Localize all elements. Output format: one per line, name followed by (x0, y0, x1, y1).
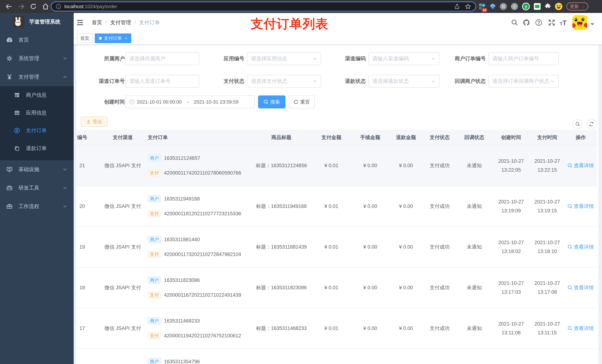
filter-label-merchant-order: 商户订单编号 (427, 52, 486, 65)
close-tab-icon[interactable]: × (125, 36, 127, 41)
sidebar-item-app-info[interactable]: 应用信息 (0, 104, 74, 122)
table-row: 19 微信 JSAPI 支付 商户1635311881440 支付4200001… (76, 227, 597, 268)
search-button[interactable]: 搜索 (258, 95, 285, 108)
sidebar-item-pay-order[interactable]: 支付订单 (0, 122, 74, 139)
bookmark-star-icon[interactable] (465, 3, 471, 10)
briefcase-icon (6, 203, 13, 209)
filter-label-channel-code: 渠道编码 (307, 52, 366, 65)
view-detail-link[interactable]: 查看详情 (568, 244, 594, 250)
forward-icon[interactable] (18, 3, 24, 10)
view-icon (568, 204, 572, 209)
yen-icon (6, 74, 13, 80)
sidebar-item-infra[interactable]: 基础设施 (0, 160, 74, 179)
orders-table: 编号 支付渠道 支付订单 商品标题 支付金额 手续金额 退款金额 支付状态 回调… (76, 130, 598, 364)
copy-icon (14, 145, 20, 151)
filter-label-merchant: 所属商户 (76, 52, 125, 65)
share-icon[interactable] (454, 4, 460, 9)
extension-sidekick-icon[interactable]: 10 (478, 3, 486, 10)
navbar: 首页 / 支付管理 / 支付订单 支付订单列表 TT (74, 13, 602, 32)
sidebar-item-devtools[interactable]: 研发工具 (0, 179, 74, 197)
address-bar[interactable]: localhost:1024/pay/order (51, 1, 476, 11)
sidebar-item-workflow[interactable]: 工作流程 (0, 197, 74, 216)
profile-emoji-icon[interactable] (555, 3, 562, 10)
table-row: 21 微信 JSAPI 支付 商户1635312124657 支付4200001… (76, 145, 597, 186)
clock-icon (129, 99, 134, 104)
sidebar-item-refund-order[interactable]: 退款订单 (0, 139, 74, 157)
user-avatar[interactable] (572, 15, 587, 30)
sidebar-item-home[interactable]: 首页 (0, 31, 74, 49)
tab-home[interactable]: 首页 (77, 33, 93, 43)
extension-chat-icon[interactable] (534, 3, 540, 10)
active-dot (99, 37, 102, 40)
table-row: 20 微信 JSAPI 支付 商户1635311949168 支付4200001… (76, 186, 597, 227)
refresh-icon (294, 100, 298, 104)
merchant-tag: 商户 (148, 277, 161, 284)
chevron-down-icon (63, 204, 67, 208)
font-size-icon[interactable]: TT (560, 19, 567, 26)
search-icon[interactable] (511, 19, 518, 26)
github-icon[interactable] (523, 19, 530, 26)
chevron-down-icon (63, 186, 67, 190)
page-content: 所属商户 请选择所属商户 应用编号 请选择应用信息 渠道编码 请输入渠道编码 商… (76, 45, 598, 364)
sidebar-submenu-pay: 商户信息 应用信息 支付订单 退款订单 (0, 86, 74, 160)
extensions-puzzle-icon[interactable] (545, 3, 551, 10)
view-icon (568, 245, 572, 249)
sidebar-item-pay[interactable]: 支付管理 (0, 68, 74, 86)
merchant-order-input[interactable]: 请输入商户订单编号 (488, 52, 559, 65)
pay-tag: 支付 (148, 332, 161, 339)
notify-status-select[interactable]: 请选择订单回调商户状态 (488, 75, 559, 88)
gear-icon (6, 55, 13, 62)
merchant-tag: 商户 (148, 195, 161, 203)
merchant-tag: 商户 (148, 358, 161, 364)
breadcrumb-home[interactable]: 首页 (92, 19, 102, 26)
fullscreen-icon[interactable] (548, 19, 555, 26)
dashboard-icon (6, 37, 13, 43)
refresh-icon (589, 122, 594, 127)
chevron-up-icon (63, 75, 67, 79)
tab-pay-order[interactable]: 支付订单× (95, 33, 131, 43)
filter-label-pay-status: 支付状态 (185, 75, 244, 88)
view-icon (568, 163, 572, 168)
reload-icon[interactable] (30, 3, 37, 10)
help-icon[interactable] (535, 19, 542, 26)
extension-gem-icon[interactable] (490, 3, 496, 10)
sidebar-logo[interactable]: 芋道管理系统 (0, 13, 74, 31)
filter-label-notify-status: 回调商户状态 (427, 75, 486, 88)
filter-label-app: 应用编号 (185, 52, 244, 65)
extension-badge: 10 (482, 8, 487, 12)
sidebar-item-merchant-info[interactable]: 商户信息 (0, 86, 74, 104)
pay-tag: 支付 (148, 210, 161, 217)
site-info-icon[interactable] (56, 4, 61, 9)
pay-tag: 支付 (148, 291, 161, 299)
extension-y-icon[interactable]: y (522, 3, 530, 10)
back-icon[interactable] (6, 3, 12, 10)
merchant-tag: 商户 (148, 317, 161, 325)
reset-button[interactable]: 重置 (289, 95, 315, 108)
url-host: localhost (64, 4, 84, 10)
table-body: 21 微信 JSAPI 支付 商户1635312124657 支付4200001… (76, 145, 597, 364)
table-header: 编号 支付渠道 支付订单 商品标题 支付金额 手续金额 退款金额 支付状态 回调… (76, 130, 597, 145)
extension-dot-icon[interactable] (511, 3, 518, 10)
update-button[interactable]: 更新⋮ (567, 2, 588, 10)
hamburger-icon[interactable] (77, 19, 83, 26)
view-detail-link[interactable]: 查看详情 (568, 203, 594, 209)
refresh-button[interactable] (586, 119, 596, 129)
tags-view-bar: 首页 支付订单× (74, 32, 602, 45)
extension-command-icon[interactable]: ⌘ (500, 3, 507, 10)
filter-label-create-time: 创建时间 (76, 95, 125, 108)
view-detail-link[interactable]: 查看详情 (568, 325, 594, 332)
create-time-range[interactable]: 2021-10-01 00:00:00 - 2021-10-31 23:59:5… (125, 95, 255, 108)
home-icon[interactable] (42, 3, 49, 10)
breadcrumb-pay[interactable]: 支付管理 (110, 19, 131, 26)
show-search-button[interactable] (573, 119, 583, 129)
pay-tag: 支付 (148, 251, 161, 258)
sidebar-item-system[interactable]: 系统管理 (0, 49, 74, 68)
view-detail-link[interactable]: 查看详情 (568, 162, 594, 169)
shop-icon (14, 92, 20, 98)
chevron-down-icon (63, 56, 67, 61)
app-title: 芋道管理系统 (29, 18, 60, 25)
export-button[interactable]: 导出 (81, 116, 108, 127)
caret-down-icon[interactable] (591, 23, 594, 27)
view-detail-link[interactable]: 查看详情 (568, 284, 594, 291)
browser-toolbar: localhost:1024/pay/order 10 ⌘ y 更新⋮ (0, 0, 602, 13)
